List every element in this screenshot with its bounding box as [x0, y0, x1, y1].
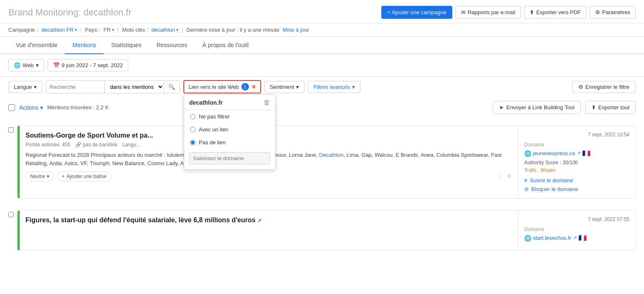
- trafic-value: Moyen: [541, 167, 556, 173]
- mention-2-row: Figures, la start-up qui défend l'équité…: [8, 206, 636, 255]
- export-all-button[interactable]: ⬆ Exporter tout: [585, 101, 636, 114]
- follow-domain-button[interactable]: ≡ Suivre le domaine: [524, 177, 629, 183]
- add-tag-button[interactable]: + Ajouter une balise: [57, 171, 111, 181]
- actions-dropdown-button[interactable]: Actions ▾: [19, 104, 43, 111]
- settings-label: Paramètres: [602, 9, 630, 15]
- upload-icon: ⬆: [530, 9, 534, 15]
- radio-no-link[interactable]: Pas de lien: [184, 136, 275, 149]
- authority-score: Authority Score : 30/100: [524, 160, 629, 166]
- domain-actions: ≡ Suivre le domaine ⊘ Bloquer le domaine: [524, 177, 629, 192]
- header: Brand Monitoring: decathlon.fr + Ajouter…: [0, 0, 644, 23]
- advanced-filter-button[interactable]: Filtres avancés ▾: [308, 81, 360, 93]
- radio-no-filter-input[interactable]: [190, 114, 195, 119]
- campagne-dropdown[interactable]: decathlon FR ▾: [41, 27, 77, 33]
- domain-name[interactable]: 🌐 jeunesexpress.ca ↗ 🇫🇷: [524, 149, 629, 157]
- pays-value[interactable]: FR: [104, 27, 111, 33]
- trafic: Trafic : Moyen: [524, 167, 629, 173]
- search-scope-select[interactable]: dans les mentions: [104, 81, 164, 93]
- gear-filter-icon: ⚙: [578, 84, 583, 90]
- langue-filter-button[interactable]: Langue ▾: [8, 81, 42, 93]
- mention-1-actions: ☆ 👁: [497, 173, 512, 181]
- save-filter-button[interactable]: ⚙ Enregistrer le filtre: [572, 81, 636, 93]
- tab-ressources[interactable]: Ressources: [149, 37, 195, 54]
- tab-vue-ensemble[interactable]: Vue d'ensemble: [8, 37, 65, 54]
- flag-icon-2: 🇫🇷: [578, 234, 587, 242]
- date-filter-button[interactable]: 📅 9 juin 2022 - 7 sept. 2022: [48, 59, 129, 71]
- search-filter: dans les mentions 🔍: [46, 80, 180, 93]
- link-building-button[interactable]: ➤ Envoyer à Link Building Tool: [493, 101, 581, 114]
- domain-input-field: ↺: [189, 152, 270, 164]
- close-filter-icon[interactable]: ✕: [251, 84, 256, 90]
- langue-value: Langu...: [122, 142, 140, 148]
- actions-bar: Actions ▾ Mentions trouvées : 2,2 K ➤ En…: [0, 97, 644, 118]
- follow-domain-label: Suivre le domaine: [530, 177, 573, 183]
- star-icon[interactable]: ☆: [497, 173, 503, 181]
- advanced-caret-icon: ▾: [352, 84, 355, 90]
- mention-2-title-text: Figures, la start-up qui défend l'équité…: [25, 216, 256, 224]
- domain-search-button[interactable]: ↺: [266, 153, 270, 164]
- follow-icon: ≡: [524, 177, 527, 183]
- portee-label: Portée estimée: 455: [25, 142, 70, 148]
- pays-dropdown[interactable]: FR ▾: [104, 27, 114, 33]
- campagne-value[interactable]: decathlon FR: [41, 27, 74, 33]
- backlink-info: 🔗 pas de backlink: [75, 142, 117, 148]
- active-filter-count: 1: [241, 83, 249, 90]
- tab-a-propos[interactable]: À propos de l'outil: [195, 37, 256, 54]
- mention-2-domain-name[interactable]: 🌐 start.lesechos.fr ↗ 🇫🇷: [524, 234, 629, 242]
- hide-icon[interactable]: 👁: [506, 173, 512, 180]
- search-input[interactable]: [46, 81, 104, 93]
- external-link-icon-2: ↗: [257, 218, 261, 224]
- export-pdf-button[interactable]: ⬆ Exporter vers PDF: [524, 6, 586, 19]
- active-filter-label: Lien vers le site Web: [188, 84, 238, 90]
- radio-with-link-input[interactable]: [190, 127, 195, 132]
- mots-cles-value[interactable]: decathlon: [152, 27, 175, 33]
- active-filter-pill[interactable]: Lien vers le site Web 1 ✕: [183, 80, 261, 93]
- trash-icon[interactable]: 🗑: [264, 99, 270, 106]
- mention-2-title[interactable]: Figures, la start-up qui défend l'équité…: [25, 216, 512, 224]
- mention-2-domain-label: Domaine: [524, 226, 629, 232]
- add-campaign-button[interactable]: + Ajouter une campagne: [381, 6, 452, 19]
- domain-2-favicon: 🌐: [524, 235, 531, 241]
- mots-cles-caret-icon: ▾: [176, 28, 178, 32]
- mention-1-checkbox[interactable]: [8, 127, 14, 133]
- decathlon-link[interactable]: Decathlon: [319, 152, 344, 158]
- web-filter-button[interactable]: 🌐 Web ▾: [8, 59, 44, 71]
- date-range: 9 juin 2022 - 7 sept. 2022: [62, 62, 123, 68]
- sentiment-filter-button[interactable]: Sentiment ▾: [264, 81, 305, 93]
- add-tag-label: Ajouter une balise: [66, 173, 106, 179]
- gear-icon: ⚙: [595, 9, 600, 15]
- mention-1-right: 7 sept. 2022 10:54 Domaine 🌐 jeunesexpre…: [518, 126, 635, 198]
- campagne-caret-icon: ▾: [75, 28, 77, 32]
- tab-statistiques[interactable]: Statistiques: [104, 37, 149, 54]
- block-domain-button[interactable]: ⊘ Bloquer le domaine: [524, 186, 629, 192]
- actions-caret-icon: ▾: [40, 104, 43, 111]
- radio-no-filter[interactable]: Ne pas filtrer: [184, 110, 275, 123]
- radio-no-link-input[interactable]: [190, 140, 195, 145]
- sentiment-button[interactable]: Neutre ▾: [25, 171, 54, 181]
- campagne-label: Campagne :: [8, 27, 38, 33]
- export-icon: ⬆: [591, 104, 596, 111]
- domain-favicon: 🌐: [524, 150, 531, 157]
- dropdown-header: decathlon.fr 🗑: [184, 95, 275, 110]
- domain-input[interactable]: [190, 153, 266, 164]
- mention-2-checkbox[interactable]: [8, 212, 14, 217]
- tab-mentions[interactable]: Mentions: [65, 37, 104, 54]
- backlink-value: pas de backlink: [83, 142, 117, 148]
- web-caret-icon: ▾: [36, 62, 39, 68]
- select-all-checkbox[interactable]: [8, 104, 15, 111]
- mots-cles-dropdown[interactable]: decathlon ▾: [152, 27, 178, 33]
- web-label: Web: [23, 62, 34, 68]
- title-prefix: Brand Monitoring:: [8, 7, 81, 18]
- domain-label: Domaine: [524, 142, 629, 148]
- radio-with-link[interactable]: Avec un lien: [184, 123, 275, 136]
- mention-2-right: 7 sept. 2022 07:55 Domaine 🌐 start.lesec…: [518, 211, 635, 250]
- mention-2-date: 7 sept. 2022 07:55: [524, 216, 629, 222]
- header-buttons: + Ajouter une campagne ✉ Rapports par e-…: [381, 6, 636, 19]
- search-submit-button[interactable]: 🔍: [164, 81, 180, 93]
- actions-label: Actions: [19, 104, 38, 111]
- settings-button[interactable]: ⚙ Paramètres: [590, 6, 636, 19]
- link-building-icon: ➤: [499, 104, 504, 111]
- email-reports-button[interactable]: ✉ Rapports par e-mail: [456, 6, 521, 19]
- filter-row: Langue ▾ dans les mentions 🔍 Lien vers l…: [0, 77, 644, 97]
- update-link[interactable]: Mise à jour: [283, 27, 309, 33]
